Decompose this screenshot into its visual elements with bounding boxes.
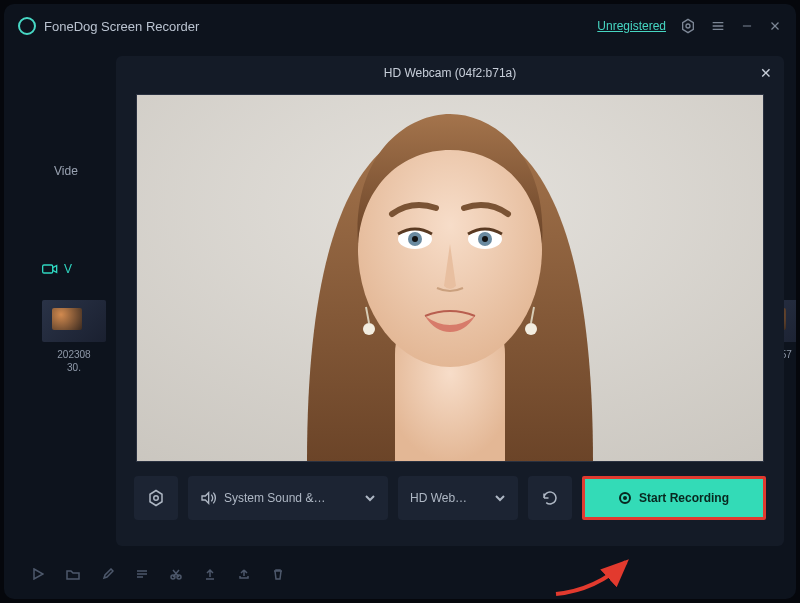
app-logo-icon — [18, 17, 36, 35]
svg-marker-9 — [53, 266, 57, 273]
share-icon[interactable] — [238, 568, 250, 580]
thumbnail-image — [42, 300, 106, 342]
camera-source-label: HD Web… — [410, 491, 467, 505]
camera-source-dropdown[interactable]: HD Web… — [398, 476, 518, 520]
minimize-button[interactable] — [740, 19, 754, 33]
rename-icon[interactable] — [102, 568, 114, 580]
hamburger-menu-icon[interactable] — [710, 18, 726, 34]
webcam-preview-area — [136, 94, 764, 462]
playlist-icon[interactable] — [136, 568, 148, 580]
camera-icon — [42, 263, 58, 275]
app-title: FoneDog Screen Recorder — [44, 19, 199, 34]
mode-label-video: Vide — [54, 164, 78, 178]
chevron-down-icon — [494, 492, 506, 504]
svg-point-1 — [686, 24, 690, 28]
refresh-icon — [541, 489, 559, 507]
svg-marker-17 — [34, 569, 43, 579]
svg-point-30 — [482, 236, 488, 242]
trash-icon[interactable] — [272, 568, 284, 580]
play-icon[interactable] — [32, 568, 44, 580]
thumbnail-caption: 20230830. — [42, 348, 106, 374]
svg-point-33 — [525, 323, 537, 335]
record-settings-button[interactable] — [134, 476, 178, 520]
svg-marker-35 — [150, 491, 162, 506]
refresh-button[interactable] — [528, 476, 572, 520]
export-icon[interactable] — [204, 568, 216, 580]
record-icon — [619, 492, 631, 504]
svg-point-28 — [412, 236, 418, 242]
svg-marker-37 — [202, 493, 209, 504]
chevron-down-icon — [364, 492, 376, 504]
audio-source-dropdown[interactable]: System Sound &… — [188, 476, 388, 520]
start-recording-label: Start Recording — [639, 491, 729, 505]
svg-rect-8 — [43, 265, 53, 273]
audio-source-label: System Sound &… — [224, 491, 325, 505]
modal-title: HD Webcam (04f2:b71a) — [384, 66, 517, 80]
settings-gear-icon[interactable] — [680, 18, 696, 34]
gear-icon — [147, 489, 165, 507]
filter-tab-label: V — [64, 262, 72, 276]
start-recording-button[interactable]: Start Recording — [582, 476, 766, 520]
folder-icon[interactable] — [66, 568, 80, 580]
filter-tab-active[interactable]: V — [42, 262, 72, 276]
registration-status-link[interactable]: Unregistered — [597, 19, 666, 33]
svg-marker-0 — [683, 19, 694, 32]
cut-icon[interactable] — [170, 568, 182, 580]
modal-close-icon[interactable]: ✕ — [760, 65, 772, 81]
webcam-preview-modal: HD Webcam (04f2:b71a) ✕ — [116, 56, 784, 546]
close-button[interactable] — [768, 19, 782, 33]
volume-icon — [200, 491, 216, 505]
svg-point-31 — [363, 323, 375, 335]
recording-thumbnail[interactable]: 20230830. — [42, 300, 106, 374]
svg-point-36 — [154, 496, 159, 501]
